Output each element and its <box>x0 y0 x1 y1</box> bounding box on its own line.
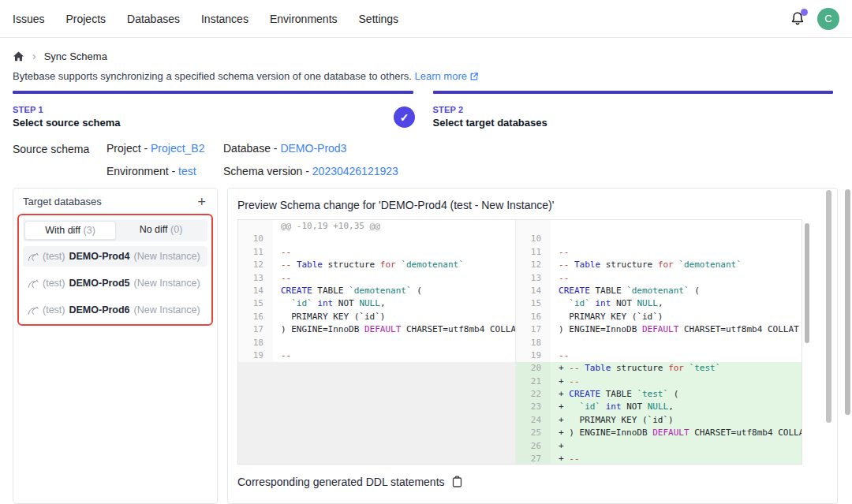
preview-card: Preview Schema change for 'DEMO-Prod4 (t… <box>227 188 838 504</box>
diff-code-line: 11-- <box>516 246 802 259</box>
source-field-project-value[interactable]: Project_B2 <box>151 142 204 155</box>
source-schema-label: Source schema <box>13 142 106 177</box>
line-number: 24 <box>516 414 551 427</box>
line-number: 14 <box>238 285 273 297</box>
nav-item-settings[interactable]: Settings <box>359 13 399 25</box>
db-instance-suffix: (New Instance) <box>134 251 200 262</box>
nav-item-projects[interactable]: Projects <box>65 13 106 25</box>
diff-code-line: 13-- <box>238 272 515 285</box>
line-number: 21 <box>516 375 551 388</box>
diff-code-line: 20+ -- Table structure for `test` <box>516 362 802 375</box>
diff-code-line: 16 PRIMARY KEY (`id`) <box>516 311 802 323</box>
nav-item-issues[interactable]: Issues <box>13 13 44 25</box>
main-nav: IssuesProjectsDatabasesInstancesEnvironm… <box>13 13 398 25</box>
diff-code-line: 18 <box>238 337 515 349</box>
line-number: 27 <box>516 453 551 464</box>
ddl-statements-label: Corresponding generated DDL statements <box>237 476 445 488</box>
mysql-icon <box>28 252 39 262</box>
code-content: -- <box>551 349 802 362</box>
preview-card-scrollbar[interactable] <box>826 190 831 423</box>
breadcrumb-page-title: Sync Schema <box>44 50 107 62</box>
tab-no-diff[interactable]: No diff (0) <box>116 221 206 240</box>
line-number: 20 <box>516 362 551 375</box>
diff-code-line: 10 <box>238 233 515 245</box>
schema-diff-editor[interactable]: @@ -10,19 +10,35 @@1011--12-- Table stru… <box>237 219 802 465</box>
diff-code-line: 24+ PRIMARY KEY (`id`) <box>516 414 802 427</box>
add-target-database-button[interactable]: + <box>196 196 207 207</box>
step-2-bar <box>433 91 834 94</box>
diff-code-line: 17) ENGINE=InnoDB DEFAULT CHARSET=utf8mb… <box>516 323 802 336</box>
code-content: @@ -10,19 +10,35 @@ <box>273 220 515 233</box>
code-content: ) ENGINE=InnoDB DEFAULT CHARSET=utf8mb4 … <box>273 323 515 336</box>
external-link-icon <box>469 72 479 81</box>
code-content: -- <box>273 272 515 285</box>
top-navbar: IssuesProjectsDatabasesInstancesEnvironm… <box>0 0 852 38</box>
diff-tabs: With diff (3)No diff (0) <box>23 219 207 241</box>
code-content <box>273 337 515 349</box>
line-number: 19 <box>238 349 273 362</box>
nav-item-instances[interactable]: Instances <box>201 13 248 25</box>
line-number: 14 <box>516 285 551 297</box>
source-field-environment-value[interactable]: test <box>178 165 196 177</box>
diff-empty-filler <box>238 362 515 464</box>
step-1-label: STEP 1 <box>13 105 413 114</box>
diff-pane-modified: 1011--12-- Table structure for `demotena… <box>515 220 802 464</box>
code-content <box>273 233 515 245</box>
target-databases-panel: Target databases + With diff (3)No diff … <box>13 188 218 504</box>
diff-code-line: 14CREATE TABLE `demotenant` ( <box>238 285 515 297</box>
line-number: 22 <box>516 388 551 401</box>
code-content: + CREATE TABLE `test` ( <box>551 388 802 401</box>
tab-count: (0) <box>170 224 182 235</box>
source-field-database-value[interactable]: DEMO-Prod3 <box>280 142 346 155</box>
line-number: 12 <box>238 259 273 271</box>
ddl-statements-row: Corresponding generated DDL statements <box>228 465 837 499</box>
db-name: DEMO-Prod5 <box>69 278 129 289</box>
code-content <box>551 233 802 245</box>
line-number: 23 <box>516 401 551 413</box>
mysql-icon <box>28 305 39 315</box>
learn-more-link[interactable]: Learn more <box>414 70 466 82</box>
code-content <box>551 220 802 233</box>
source-schema-fields: Project - Project_B2Database - DEMO-Prod… <box>106 142 417 177</box>
target-db-item-demo-prod6[interactable]: (test)DEMO-Prod6(New Instance) <box>23 300 207 320</box>
db-environment: (test) <box>43 251 65 262</box>
line-number: 10 <box>238 233 273 245</box>
diff-code-line: 21+ -- <box>516 375 802 388</box>
target-db-item-demo-prod5[interactable]: (test)DEMO-Prod5(New Instance) <box>23 273 207 293</box>
mysql-icon <box>28 278 39 289</box>
code-content: ) ENGINE=InnoDB DEFAULT CHARSET=utf8mb4 … <box>551 323 802 336</box>
copy-ddl-button[interactable] <box>451 476 463 488</box>
line-number: 11 <box>238 246 273 259</box>
line-number: 11 <box>516 246 551 259</box>
code-content: -- <box>273 349 515 362</box>
source-field-schema-version-value[interactable]: 20230426121923 <box>312 165 398 177</box>
diff-pane-scrollbar[interactable] <box>805 223 809 343</box>
db-instance-suffix: (New Instance) <box>134 304 200 315</box>
code-content: -- <box>273 246 515 259</box>
db-instance-suffix: (New Instance) <box>134 278 200 289</box>
line-number: 10 <box>516 233 551 245</box>
step-1-title: Select source schema <box>13 117 413 129</box>
nav-item-environments[interactable]: Environments <box>270 13 338 25</box>
diff-code-line: 14CREATE TABLE `demotenant` ( <box>516 285 802 297</box>
line-number: 18 <box>238 337 273 349</box>
diff-code-line: 26+ <box>516 440 802 453</box>
notification-bell-button[interactable] <box>789 10 806 28</box>
line-number: 26 <box>516 440 551 453</box>
code-content: -- <box>551 272 802 285</box>
target-db-item-demo-prod4[interactable]: (test)DEMO-Prod4(New Instance) <box>23 246 207 267</box>
page-scrollbar[interactable] <box>845 189 850 415</box>
home-icon[interactable] <box>13 50 24 62</box>
source-field-schema-version: Schema version - 20230426121923 <box>223 165 417 177</box>
line-number: 13 <box>516 272 551 285</box>
target-panel-header: Target databases + <box>13 189 217 211</box>
target-database-list: (test)DEMO-Prod4(New Instance)(test)DEMO… <box>23 246 207 320</box>
code-content: `id` int NOT NULL, <box>551 297 802 310</box>
nav-item-databases[interactable]: Databases <box>127 13 180 25</box>
diff-code-line: 17) ENGINE=InnoDB DEFAULT CHARSET=utf8mb… <box>238 323 515 336</box>
step-1-bar <box>13 91 413 94</box>
diff-code-line: 10 <box>516 233 802 245</box>
diff-code-line: 15 `id` int NOT NULL, <box>238 297 515 310</box>
avatar[interactable]: C <box>817 8 839 30</box>
tab-with-diff[interactable]: With diff (3) <box>24 221 116 240</box>
